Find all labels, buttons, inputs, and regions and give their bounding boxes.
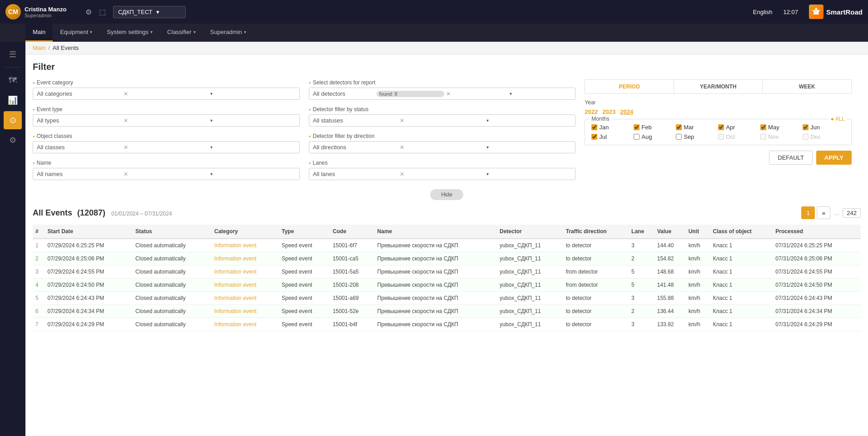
nav-item-equipment[interactable]: Equipment ▾ bbox=[53, 24, 99, 42]
cell-start-date: 07/29/2024 6:24:43 PM bbox=[45, 292, 133, 305]
breadcrumb-current: All Events bbox=[53, 44, 79, 51]
cell-name: Превышение скорости на СДКП bbox=[375, 305, 497, 318]
nav-item-main[interactable]: Main bbox=[25, 24, 53, 42]
detectors-select[interactable]: All detectors found: 8 ✕ ▾ bbox=[309, 88, 576, 100]
detector-direction-select[interactable]: All directions ✕ ▾ bbox=[309, 141, 576, 153]
cell-class: Класс 1 bbox=[710, 279, 773, 292]
cell-name: Превышение скорости на СДКП bbox=[375, 292, 497, 305]
hide-button[interactable]: Hide bbox=[430, 189, 463, 200]
event-category-arrow-icon: ▾ bbox=[210, 91, 295, 96]
cell-class: Класс 1 bbox=[710, 305, 773, 318]
month-apr[interactable]: Apr bbox=[718, 124, 760, 131]
cell-category[interactable]: Information event bbox=[212, 305, 279, 318]
cell-code: 15001-208 bbox=[330, 279, 374, 292]
cell-class: Класс 1 bbox=[710, 318, 773, 331]
cell-num: 3 bbox=[33, 265, 45, 279]
apply-button[interactable]: APPLY bbox=[816, 151, 852, 165]
tab-week[interactable]: WEEK bbox=[763, 80, 851, 93]
tab-year-month[interactable]: YEAR/MONTH bbox=[674, 80, 763, 93]
cell-direction: to detector bbox=[563, 292, 629, 305]
cell-category[interactable]: Information event bbox=[212, 239, 279, 252]
event-type-clear-icon[interactable]: ✕ bbox=[124, 118, 208, 124]
page-btn-1[interactable]: 1 bbox=[801, 206, 815, 219]
user-name: Cristina Manzo bbox=[25, 6, 66, 13]
events-count: (12087) bbox=[77, 208, 105, 217]
main-area: Main / All Events Filter Event category … bbox=[25, 42, 868, 436]
sidebar-item-analytics[interactable]: 📊 bbox=[4, 91, 22, 109]
category-link[interactable]: Information event bbox=[214, 255, 257, 262]
year-2023[interactable]: 2023 bbox=[602, 108, 615, 115]
cell-category[interactable]: Information event bbox=[212, 265, 279, 279]
col-code: Code bbox=[330, 225, 374, 239]
cell-category[interactable]: Information event bbox=[212, 292, 279, 305]
detector-direction-clear-icon[interactable]: ✕ bbox=[400, 144, 485, 151]
month-jan[interactable]: Jan bbox=[591, 124, 634, 131]
detector-status-arrow-icon: ▾ bbox=[486, 118, 571, 123]
lanes-clear-icon[interactable]: ✕ bbox=[400, 171, 485, 177]
year-2022[interactable]: 2022 bbox=[585, 108, 598, 115]
month-aug[interactable]: Aug bbox=[634, 133, 676, 140]
events-title-text: All Events bbox=[33, 208, 72, 217]
name-select[interactable]: All names ✕ ▾ bbox=[33, 168, 300, 180]
object-classes-select[interactable]: All classes ✕ ▾ bbox=[33, 141, 300, 153]
cell-type: Speed event bbox=[279, 265, 330, 279]
detector-status-value: All statuses bbox=[313, 117, 398, 124]
filter-row-event-type: Event type All types ✕ ▾ bbox=[33, 106, 300, 127]
month-feb[interactable]: Feb bbox=[634, 124, 676, 131]
category-link[interactable]: Information event bbox=[214, 282, 257, 288]
cell-category[interactable]: Information event bbox=[212, 318, 279, 331]
month-jul[interactable]: Jul bbox=[591, 133, 634, 140]
months-all-btn[interactable]: ● ALL bbox=[829, 116, 847, 122]
settings-icon[interactable]: ⚙ bbox=[84, 6, 94, 18]
cell-status: Closed automatically bbox=[133, 292, 212, 305]
col-unit: Unit bbox=[686, 225, 710, 239]
object-classes-clear-icon[interactable]: ✕ bbox=[124, 144, 208, 151]
lanes-select[interactable]: All lanes ✕ ▾ bbox=[309, 168, 576, 180]
event-type-select[interactable]: All types ✕ ▾ bbox=[33, 114, 300, 127]
cell-num: 2 bbox=[33, 252, 45, 265]
cell-category[interactable]: Information event bbox=[212, 252, 279, 265]
sidebar-item-map[interactable]: 🗺 bbox=[4, 71, 22, 89]
month-sep[interactable]: Sep bbox=[676, 133, 718, 140]
sidebar-item-menu[interactable]: ☰ bbox=[4, 45, 22, 64]
detectors-value: All detectors bbox=[313, 90, 375, 97]
breadcrumb-root[interactable]: Main bbox=[33, 44, 45, 51]
default-button[interactable]: DEFAULT bbox=[769, 151, 813, 165]
month-may[interactable]: May bbox=[760, 124, 803, 131]
cell-name: Превышение скорости на СДКП bbox=[375, 252, 497, 265]
detectors-clear-icon[interactable]: ✕ bbox=[446, 91, 508, 97]
language-selector[interactable]: English bbox=[753, 9, 773, 15]
month-jun[interactable]: Jun bbox=[803, 124, 845, 131]
col-processed: Processed bbox=[773, 225, 861, 239]
nav-item-superadmin[interactable]: Superadmin ▾ bbox=[203, 24, 253, 42]
category-link[interactable]: Information event bbox=[214, 308, 257, 314]
sidebar-item-events[interactable]: ⊙ bbox=[4, 111, 22, 129]
name-clear-icon[interactable]: ✕ bbox=[124, 171, 208, 177]
project-selector[interactable]: СДКП_ТЕСТ ▾ bbox=[113, 6, 186, 18]
col-traffic-direction: Traffic direction bbox=[563, 225, 629, 239]
category-link[interactable]: Information event bbox=[214, 269, 257, 275]
table-row: 3 07/29/2024 6:24:55 PM Closed automatic… bbox=[33, 265, 861, 279]
logout-icon[interactable]: ⬚ bbox=[97, 6, 108, 18]
month-mar[interactable]: Mar bbox=[676, 124, 718, 131]
category-link[interactable]: Information event bbox=[214, 242, 257, 249]
event-category-clear-icon[interactable]: ✕ bbox=[124, 91, 208, 97]
pagination: 1 » ... 242 bbox=[801, 206, 861, 219]
cell-detector: yubox_СДКП_11 bbox=[497, 318, 563, 331]
nav-item-system-settings[interactable]: System settings ▾ bbox=[99, 24, 160, 42]
event-category-select[interactable]: All categories ✕ ▾ bbox=[33, 88, 300, 100]
pagination-total[interactable]: 242 bbox=[843, 208, 861, 218]
tab-period[interactable]: PERIOD bbox=[585, 80, 674, 93]
cell-code: 15001-6f7 bbox=[330, 239, 374, 252]
detector-status-select[interactable]: All statuses ✕ ▾ bbox=[309, 114, 576, 127]
cell-category[interactable]: Information event bbox=[212, 279, 279, 292]
lanes-value: All lanes bbox=[313, 171, 398, 177]
sidebar-item-connections[interactable]: ⚙ bbox=[4, 131, 22, 149]
page-btn-next[interactable]: » bbox=[817, 206, 830, 219]
detector-status-clear-icon[interactable]: ✕ bbox=[400, 118, 485, 124]
select-detectors-label: Select detectors for report bbox=[309, 79, 576, 86]
nav-item-classifier[interactable]: Classifier ▾ bbox=[160, 24, 203, 42]
category-link[interactable]: Information event bbox=[214, 295, 257, 301]
year-2024[interactable]: 2024 bbox=[620, 108, 633, 115]
category-link[interactable]: Information event bbox=[214, 321, 257, 328]
